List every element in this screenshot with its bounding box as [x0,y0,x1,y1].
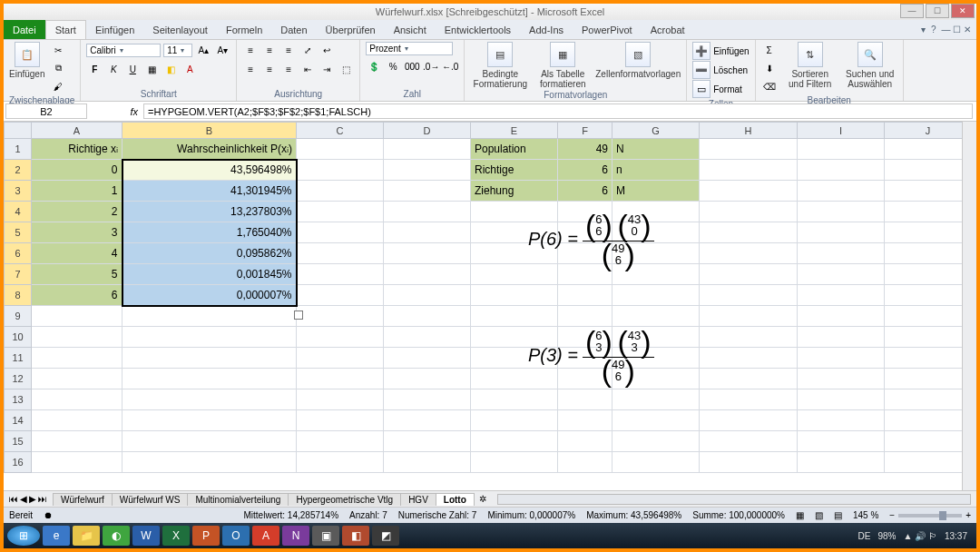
taskbar-app-excel[interactable]: X [162,526,190,546]
tab-ueberpruefen[interactable]: Überprüfen [317,20,385,39]
align-top-button[interactable]: ≡ [242,42,259,58]
tray-icons[interactable]: ▲ 🔊 🏳 [904,531,937,541]
macro-rec-icon[interactable]: ⏺ [44,510,53,520]
sheet-tab[interactable]: Multinomialverteilung [187,493,289,506]
ribbon-min-icon[interactable]: ▾ [921,25,926,34]
cell-g3[interactable]: M [612,181,700,202]
fx-label[interactable]: fx [89,102,143,121]
cell-e1[interactable]: Population [471,139,558,160]
cell-f3[interactable]: 6 [558,181,612,202]
orientation-button[interactable]: ⤢ [299,42,316,58]
inc-decimal-button[interactable]: .0→ [423,58,439,74]
cond-format-button[interactable]: ▤Bedingte Formatierung [470,42,530,89]
taskbar-app-explorer[interactable]: 📁 [73,526,100,546]
number-format-dropdown[interactable]: Prozent▾ [366,42,453,55]
font-name-dropdown[interactable]: Calibri▾ [86,44,161,57]
font-color-button[interactable]: A [181,61,198,77]
taskbar-app-word[interactable]: W [132,526,160,546]
cell-a2[interactable]: 0 [32,160,122,181]
tab-acrobat[interactable]: Acrobat [642,20,694,39]
view-break-icon[interactable]: ▤ [834,510,842,520]
window-controls-small[interactable]: — ☐ ✕ [941,25,971,34]
increase-font-button[interactable]: A▴ [195,42,211,58]
cell-b2[interactable]: 43,596498% [122,160,297,181]
cell-e3[interactable]: Ziehung [471,181,558,202]
cell-g2[interactable]: n [612,160,700,181]
font-size-dropdown[interactable]: 11▾ [163,44,192,57]
sheet-tab[interactable]: HGV [400,493,436,506]
fill-button[interactable]: ⬇ [761,60,778,76]
sort-filter-button[interactable]: ⇅Sortieren und Filtern [783,42,838,89]
align-center-button[interactable]: ≡ [261,61,278,77]
cell-a3[interactable]: 1 [32,181,122,202]
underline-button[interactable]: U [124,61,141,77]
minimize-button[interactable]: — [900,4,924,18]
tab-entwicklertools[interactable]: Entwicklertools [436,20,520,39]
cell-b3[interactable]: 41,301945% [122,181,297,202]
cell-styles-button[interactable]: ▧Zellenformatvorlagen [595,42,681,79]
cell-a4[interactable]: 2 [32,202,122,222]
format-cell-button[interactable]: ▭Format [692,80,742,98]
cell-b8[interactable]: 0,000007% [122,285,297,306]
taskbar-app-generic3[interactable]: ◧ [342,526,369,546]
italic-button[interactable]: K [105,61,122,77]
taskbar-app-access[interactable]: A [252,526,279,546]
taskbar-app-ie[interactable]: e [43,526,70,546]
column-headers[interactable]: ABCDEFGHIJ [5,123,972,139]
clear-button[interactable]: ⌫ [761,78,778,94]
cell-a8[interactable]: 6 [32,285,122,306]
sheet-tab-active[interactable]: Lotto [436,493,475,506]
dec-decimal-button[interactable]: ←.0 [442,58,458,74]
cell-b7[interactable]: 0,001845% [122,264,297,285]
close-button[interactable]: ✕ [951,4,975,18]
cell-a6[interactable]: 4 [32,243,122,264]
decrease-font-button[interactable]: A▾ [214,42,230,58]
sheet-tab[interactable]: Hypergeometrische Vtlg [288,493,401,506]
as-table-button[interactable]: ▦Als Tabelle formatieren [535,42,590,89]
cell-f2[interactable]: 6 [558,160,612,181]
wrap-text-button[interactable]: ↩ [318,42,335,58]
indent-inc-button[interactable]: ⇥ [318,61,335,77]
cell-f1[interactable]: 49 [558,139,612,160]
cell-e2[interactable]: Richtige [471,160,558,181]
taskbar-app-generic2[interactable]: ▣ [312,526,339,546]
vertical-scrollbar[interactable] [962,122,976,490]
find-select-button[interactable]: 🔍Suchen und Auswählen [843,42,897,89]
tab-addins[interactable]: Add-Ins [520,20,573,39]
fill-color-button[interactable]: ◧ [162,61,179,77]
tab-formeln[interactable]: Formeln [217,20,271,39]
tab-seitenlayout[interactable]: Seitenlayout [143,20,217,39]
taskbar-app-ppt[interactable]: P [192,526,220,546]
align-right-button[interactable]: ≡ [280,61,297,77]
name-box[interactable]: B2 [5,104,87,119]
view-normal-icon[interactable]: ▦ [796,510,804,520]
align-left-button[interactable]: ≡ [242,61,259,77]
horizontal-scrollbar[interactable] [497,494,971,505]
cell-b4[interactable]: 13,237803% [122,202,297,222]
border-button[interactable]: ▦ [143,61,160,77]
currency-button[interactable]: 💲 [366,58,382,74]
worksheet-grid[interactable]: ABCDEFGHIJ 1 Richtige xᵢ Wahrscheinlichk… [4,122,976,490]
cell-b6[interactable]: 0,095862% [122,243,297,264]
sheet-tab[interactable]: Würfelwurf [53,493,113,506]
sheet-nav-prev[interactable]: ◀ [20,494,27,504]
zoom-out-button[interactable]: − [889,510,895,520]
formula-input[interactable]: =HYPGEOM.VERT(A2;$F$3;$F$2;$F$1;FALSCH) [143,104,973,119]
sheet-nav-next[interactable]: ▶ [29,494,36,504]
delete-cell-button[interactable]: ➖Löschen [692,61,748,79]
indent-dec-button[interactable]: ⇤ [299,61,316,77]
taskbar-app-outlook[interactable]: O [222,526,250,546]
help-icon[interactable]: ? [931,25,936,34]
paste-button[interactable]: 📋 Einfügen [9,42,44,79]
cut-button[interactable]: ✂ [50,42,66,58]
tab-ansicht[interactable]: Ansicht [385,20,436,39]
cell-a1[interactable]: Richtige xᵢ [32,139,122,160]
cell-b1[interactable]: Wahrscheinlichkeit P(xᵢ) [122,139,297,160]
sheet-nav-last[interactable]: ⏭ [38,494,47,504]
merge-button[interactable]: ⬚ [338,61,354,77]
thousand-sep-button[interactable]: 000 [404,58,420,74]
align-middle-button[interactable]: ≡ [261,42,278,58]
taskbar-app-generic[interactable]: ◐ [103,526,130,546]
zoom-slider[interactable] [898,514,962,518]
format-painter-button[interactable]: 🖌 [50,78,66,94]
